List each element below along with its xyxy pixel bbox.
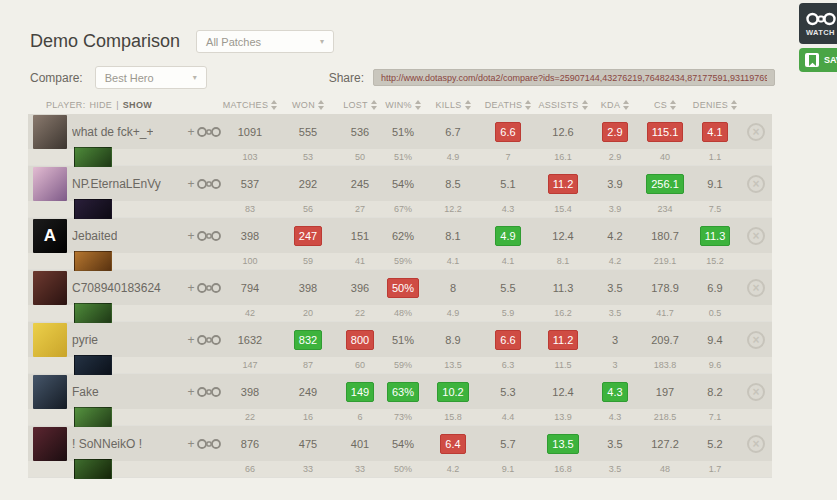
- binoculars-icon: [197, 438, 221, 450]
- stat-matches: 537: [241, 178, 259, 190]
- sort-icon: [525, 100, 531, 110]
- watch-toggle[interactable]: +: [184, 230, 224, 242]
- stat-cs: 115.1: [647, 122, 684, 142]
- stat-deaths: 5.7: [500, 438, 515, 450]
- stat-won: 398: [299, 282, 317, 294]
- column-header-kills[interactable]: KILLS: [426, 100, 480, 110]
- save-label: SAVE: [824, 55, 837, 65]
- hero-stat-deaths: 5.9: [502, 308, 515, 318]
- avatar[interactable]: [33, 375, 67, 409]
- bookmark-icon: [805, 53, 819, 67]
- share-url-input[interactable]: [373, 69, 775, 86]
- player-name[interactable]: C708940183624: [72, 281, 161, 295]
- stat-kills: 8: [450, 282, 456, 294]
- remove-player-button[interactable]: ×: [747, 227, 765, 245]
- best-hero-row: 147 87 60 59% 13.5 6.3 11.5 3 183.8 9.6: [28, 357, 772, 373]
- watch-toggle[interactable]: +: [184, 334, 224, 346]
- hero-stat-denies: 15.2: [706, 256, 724, 266]
- watch-toggle[interactable]: +: [184, 386, 224, 398]
- player-name[interactable]: pyrie: [72, 333, 98, 347]
- patch-select[interactable]: All Patches ▾: [196, 30, 334, 53]
- sort-icon: [465, 100, 471, 110]
- stat-denies: 5.2: [707, 438, 722, 450]
- stat-matches: 398: [241, 230, 259, 242]
- player-name[interactable]: ! SoNNeikO !: [72, 437, 142, 451]
- corner-actions: WATCH LIST SAVE: [799, 3, 837, 72]
- hero-stat-denies: 9.6: [709, 360, 722, 370]
- stat-assists: 12.4: [552, 386, 573, 398]
- remove-player-button[interactable]: ×: [747, 331, 765, 349]
- plus-icon: +: [187, 438, 194, 450]
- hero-icon: [74, 303, 112, 323]
- column-header-assists[interactable]: ASSISTS: [536, 100, 590, 110]
- stat-won: 292: [299, 178, 317, 190]
- watch-toggle[interactable]: +: [184, 438, 224, 450]
- column-header-cs[interactable]: CS: [640, 100, 690, 110]
- player-name[interactable]: Jebaited: [72, 229, 117, 243]
- page: WATCH LIST SAVE Demo Comparison All Patc…: [0, 0, 837, 500]
- hero-stat-winpct: 59%: [394, 256, 412, 266]
- best-hero-row: 66 33 33 50% 4.2 9.1 16.8 3.5 48 1.7: [28, 461, 772, 477]
- show-link[interactable]: SHOW: [123, 100, 152, 110]
- hero-stat-kda: 4.3: [609, 412, 622, 422]
- watch-toggle[interactable]: +: [184, 178, 224, 190]
- avatar[interactable]: [33, 323, 67, 357]
- avatar[interactable]: [33, 115, 67, 149]
- player-block: NP.EternaLEnVy + 537 292 245 54% 8.5 5.1…: [28, 166, 772, 217]
- hero-stat-deaths: 7: [505, 152, 510, 162]
- column-header-winpct[interactable]: WIN%: [380, 100, 426, 110]
- stat-matches: 1632: [238, 334, 262, 346]
- column-label: MATCHES: [223, 100, 268, 110]
- player-row: A Jebaited + 398 247 151 62% 8.1 4: [28, 218, 772, 253]
- hero-stat-cs: 41.7: [656, 308, 674, 318]
- stat-deaths: 5.1: [500, 178, 515, 190]
- avatar[interactable]: A: [33, 219, 67, 253]
- binoculars-icon: [197, 230, 221, 242]
- column-header-matches[interactable]: MATCHES: [224, 100, 276, 110]
- share-label: Share:: [329, 71, 364, 85]
- binoculars-icon: [197, 282, 221, 294]
- hero-stat-assists: 13.9: [554, 412, 572, 422]
- watch-list-button[interactable]: WATCH LIST: [799, 3, 837, 44]
- remove-player-button[interactable]: ×: [747, 175, 765, 193]
- column-header-won[interactable]: WON: [276, 100, 340, 110]
- save-button[interactable]: SAVE: [799, 48, 837, 72]
- player-name[interactable]: what de fck+_+: [72, 125, 153, 139]
- hero-stat-matches: 22: [245, 412, 255, 422]
- hero-stat-denies: 0.5: [709, 308, 722, 318]
- stat-deaths: 6.6: [495, 122, 521, 142]
- remove-player-button[interactable]: ×: [747, 279, 765, 297]
- avatar[interactable]: [33, 167, 67, 201]
- player-name[interactable]: NP.EternaLEnVy: [72, 177, 161, 191]
- stat-matches: 1091: [238, 126, 262, 138]
- column-header-lost[interactable]: LOST: [340, 100, 380, 110]
- remove-player-button[interactable]: ×: [747, 383, 765, 401]
- hero-stat-winpct: 48%: [394, 308, 412, 318]
- stat-kda: 3.5: [607, 282, 622, 294]
- stat-cs: 178.9: [651, 282, 679, 294]
- hero-stat-kills: 4.1: [447, 256, 460, 266]
- stat-matches: 794: [241, 282, 259, 294]
- hero-stat-kills: 13.5: [444, 360, 462, 370]
- avatar[interactable]: [33, 427, 67, 461]
- player-name[interactable]: Fake: [72, 385, 99, 399]
- stat-kills: 10.2: [437, 382, 468, 402]
- compare-select[interactable]: Best Hero ▾: [95, 66, 207, 89]
- hero-stat-won: 33: [303, 464, 313, 474]
- column-header-deaths[interactable]: DEATHS: [480, 100, 536, 110]
- avatar[interactable]: [33, 271, 67, 305]
- hero-icon: [74, 251, 112, 271]
- hero-stat-cs: 219.1: [654, 256, 677, 266]
- stat-deaths: 6.6: [495, 330, 521, 350]
- hide-link[interactable]: HIDE: [89, 100, 112, 110]
- column-header-kda[interactable]: KDA: [590, 100, 640, 110]
- watch-toggle[interactable]: +: [184, 282, 224, 294]
- player-block: A Jebaited + 398 247 151 62% 8.1 4: [28, 218, 772, 269]
- column-header-denies[interactable]: DENIES: [690, 100, 740, 110]
- remove-player-button[interactable]: ×: [747, 435, 765, 453]
- stat-won: 249: [299, 386, 317, 398]
- watch-toggle[interactable]: +: [184, 126, 224, 138]
- stat-deaths: 5.3: [500, 386, 515, 398]
- remove-player-button[interactable]: ×: [747, 123, 765, 141]
- hero-stat-winpct: 51%: [394, 152, 412, 162]
